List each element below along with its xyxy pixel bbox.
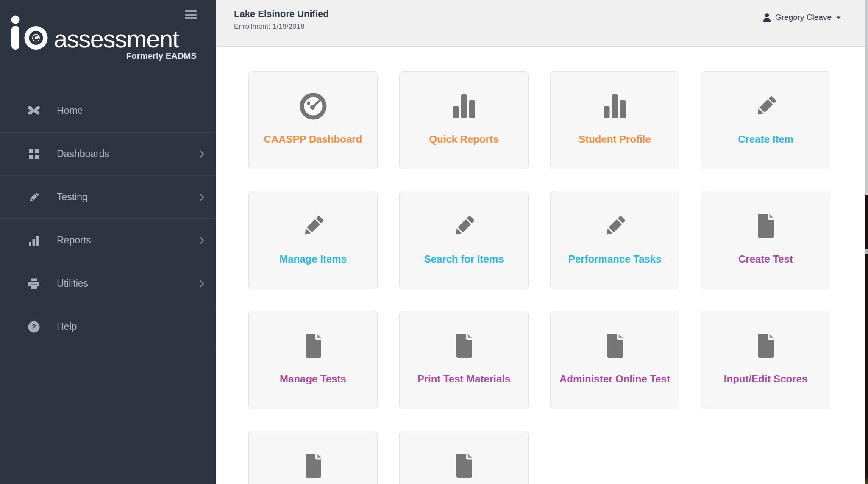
chevron-right-icon [200, 150, 204, 158]
file-icon [451, 332, 478, 360]
file-icon [300, 452, 327, 479]
card-student-profile[interactable]: Student Profile [550, 71, 679, 169]
right-edge-overlay [865, 195, 868, 484]
card-label: CAASPP Dashboard [264, 133, 362, 145]
card-manage-tests[interactable]: Manage Tests [248, 311, 378, 409]
bar-chart-icon [452, 93, 476, 120]
sidebar-item-label: Help [57, 321, 77, 332]
card-search-for-items[interactable]: Search for Items [399, 191, 529, 289]
sidebar: assessment Formerly EADMS Home Dashboard… [0, 0, 216, 484]
card-performance-tasks[interactable]: Performance Tasks [550, 191, 679, 289]
logo-wordmark: assessment [54, 28, 178, 50]
logo-tagline: Formerly EADMS [10, 51, 197, 61]
user-icon [763, 13, 771, 22]
card-label: Student Profile [579, 133, 651, 145]
card-label: Create Test [738, 253, 793, 265]
right-edge-notch [865, 249, 868, 254]
app-root: assessment Formerly EADMS Home Dashboard… [0, 0, 868, 484]
bar-chart-icon [603, 93, 627, 120]
pencil-icon [451, 213, 478, 240]
pencil-icon [752, 93, 779, 120]
card-administer-online-test[interactable]: Administer Online Test [550, 311, 679, 409]
right-edge-bottom [865, 477, 868, 484]
file-icon [752, 332, 779, 360]
district-name: Lake Elsinore Unified [234, 8, 329, 19]
card-label: Performance Tasks [568, 253, 662, 265]
svg-text:?: ? [32, 323, 36, 331]
sidebar-item-dashboards[interactable]: Dashboards [0, 133, 216, 176]
scrollbar-track[interactable] [865, 0, 868, 195]
card-quick-reports[interactable]: Quick Reports [399, 71, 529, 169]
card-label: Print Test Materials [417, 373, 511, 385]
chevron-right-icon [200, 237, 204, 244]
page-header: Lake Elsinore Unified Enrollment: 1/19/2… [216, 0, 865, 47]
main-content: CAASPP Dashboard Quick Reports Student P… [216, 47, 865, 484]
chevron-right-icon [200, 194, 204, 201]
card-print-test-materials[interactable]: Print Test Materials [399, 311, 529, 409]
card-manage-items[interactable]: Manage Items [248, 191, 378, 289]
sidebar-item-label: Home [57, 105, 83, 116]
user-menu[interactable]: Gregory Cleave [763, 13, 841, 22]
card-create-test[interactable]: Create Test [701, 191, 830, 289]
file-icon [752, 213, 779, 240]
card-create-item[interactable]: Create Item [701, 71, 830, 169]
io-logo-mark [10, 15, 48, 50]
sidebar-item-reports[interactable]: Reports [0, 219, 216, 262]
sidebar-item-label: Dashboards [57, 148, 109, 160]
sidebar-item-help[interactable]: ? Help [0, 305, 216, 348]
printer-icon [26, 278, 42, 290]
dashboard-card-grid: CAASPP Dashboard Quick Reports Student P… [248, 71, 830, 484]
sidebar-item-home[interactable]: Home [0, 89, 216, 133]
caret-down-icon [836, 16, 841, 19]
sidebar-item-testing[interactable]: Testing [0, 176, 216, 219]
card-input-edit-scores[interactable]: Input/Edit Scores [701, 311, 830, 409]
card-caaspp-dashboard[interactable]: CAASPP Dashboard [248, 71, 378, 169]
card-label: Quick Reports [429, 133, 498, 145]
pencil-icon [601, 213, 629, 240]
file-icon [601, 332, 629, 360]
card-label: Search for Items [424, 253, 504, 265]
card-label: Manage Items [279, 253, 347, 265]
gauge-icon [300, 93, 327, 120]
card-partial[interactable] [399, 431, 529, 484]
file-icon [300, 332, 327, 360]
question-icon: ? [26, 321, 42, 333]
user-name: Gregory Cleave [775, 13, 832, 22]
pencil-icon [26, 191, 42, 204]
sidebar-item-label: Utilities [57, 278, 88, 289]
sidebar-item-utilities[interactable]: Utilities [0, 262, 216, 305]
butterfly-icon [26, 105, 42, 117]
sidebar-menu: Home Dashboards Testing Reports [0, 89, 216, 348]
card-label: Input/Edit Scores [724, 373, 807, 385]
card-label: Administer Online Test [559, 373, 670, 385]
chevron-right-icon [200, 280, 204, 288]
app-logo: assessment Formerly EADMS [10, 15, 197, 61]
grid-icon [26, 148, 42, 160]
card-partial[interactable] [248, 431, 378, 484]
pencil-icon [300, 213, 327, 240]
card-label: Manage Tests [280, 373, 346, 385]
bar-chart-icon [26, 235, 42, 246]
enrollment-date: Enrollment: 1/19/2018 [234, 22, 304, 31]
file-icon [451, 452, 478, 479]
sidebar-item-label: Testing [57, 191, 88, 203]
card-label: Create Item [738, 133, 793, 145]
sidebar-item-label: Reports [57, 235, 91, 246]
